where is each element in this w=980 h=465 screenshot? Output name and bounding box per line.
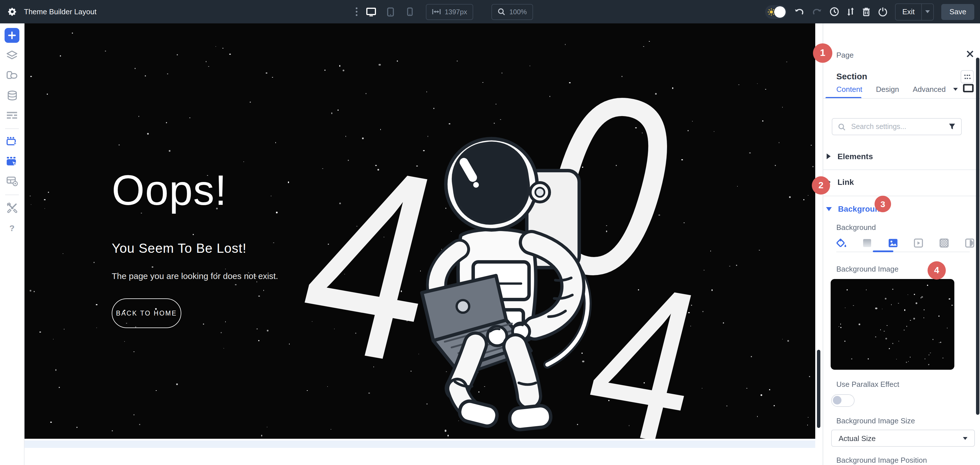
star — [847, 289, 848, 291]
star — [208, 66, 209, 67]
star — [53, 339, 54, 339]
star — [94, 262, 94, 263]
star — [906, 362, 907, 363]
star — [223, 48, 223, 48]
star — [928, 364, 929, 365]
back-to-home-button[interactable]: BACK TO HOME — [112, 299, 181, 328]
star — [885, 338, 887, 340]
star — [898, 341, 899, 342]
star — [886, 325, 887, 326]
bg-color-bucket-icon[interactable] — [836, 238, 846, 248]
add-module-button[interactable] — [5, 28, 19, 43]
background-image-thumbnail[interactable] — [830, 279, 955, 370]
background-image-size-select[interactable]: Actual Size — [831, 430, 975, 447]
close-icon[interactable] — [966, 50, 974, 58]
undo-icon[interactable] — [794, 7, 804, 16]
zoom-control[interactable]: 100% — [492, 4, 533, 20]
star — [649, 41, 650, 42]
tab-content[interactable]: Content — [836, 85, 862, 94]
search-input[interactable] — [850, 122, 949, 131]
power-exit-visual-builder-icon[interactable] — [878, 7, 887, 16]
tabs-chevron-down-icon[interactable] — [953, 88, 958, 91]
star — [189, 117, 190, 118]
star — [549, 96, 550, 97]
star — [272, 77, 273, 78]
star — [789, 196, 791, 198]
phone-view-button[interactable] — [403, 5, 417, 19]
star — [914, 294, 915, 295]
bg-pattern-icon[interactable] — [939, 238, 949, 248]
star — [940, 342, 942, 343]
trash-icon[interactable] — [862, 7, 870, 16]
element-title: Section — [836, 71, 867, 81]
sidebar-divider — [5, 195, 19, 195]
bg-video-icon[interactable] — [913, 238, 924, 248]
star — [723, 322, 724, 323]
settings-search — [832, 118, 962, 135]
click-section-tool-icon[interactable] — [5, 154, 19, 169]
background-active-tab-underline — [873, 251, 893, 252]
exit-button[interactable]: Exit — [895, 4, 921, 20]
star — [119, 144, 119, 145]
star — [30, 290, 31, 292]
plus-icon — [8, 31, 16, 39]
group-label: Elements — [837, 152, 873, 161]
settings-gear-icon[interactable] — [7, 7, 17, 16]
filter-funnel-icon[interactable] — [949, 123, 956, 130]
breadcrumb[interactable]: Page — [836, 51, 854, 59]
bg-mask-icon[interactable] — [965, 238, 975, 248]
light-dark-toggle[interactable] — [765, 5, 786, 19]
star — [840, 327, 842, 328]
tablet-view-button[interactable] — [384, 5, 397, 19]
star — [916, 302, 917, 304]
click-element-tool-icon[interactable] — [5, 134, 19, 149]
star — [775, 165, 776, 166]
panel-scrollbar[interactable] — [976, 58, 980, 415]
star — [60, 55, 61, 56]
star — [845, 308, 845, 308]
history-icon[interactable] — [829, 7, 839, 16]
database-icon[interactable] — [5, 88, 19, 103]
star — [124, 341, 125, 342]
template-library-icon[interactable] — [5, 68, 19, 83]
save-button[interactable]: Save — [942, 4, 974, 20]
desktop-view-button[interactable] — [364, 5, 378, 19]
star — [529, 66, 530, 67]
tabs-divider — [823, 98, 980, 99]
list-rows-icon[interactable] — [5, 108, 19, 123]
bg-image-icon[interactable] — [888, 238, 898, 248]
chevron-down-icon — [926, 10, 930, 13]
hero-copy: Oops! You Seem To Be Lost! The page you … — [112, 166, 278, 328]
group-link[interactable]: Link — [823, 169, 980, 195]
more-options-icon[interactable] — [355, 7, 359, 16]
group-elements[interactable]: Elements — [823, 143, 980, 169]
help-icon[interactable]: ? — [5, 220, 19, 235]
star — [782, 107, 783, 108]
exit-dropdown-button[interactable] — [921, 4, 934, 20]
bg-gradient-icon[interactable] — [862, 238, 872, 248]
next-section-strip[interactable] — [24, 441, 815, 448]
tab-advanced[interactable]: Advanced — [913, 85, 946, 94]
layout-preview-icon[interactable] — [5, 174, 19, 189]
parallax-toggle[interactable] — [831, 394, 854, 407]
star — [59, 387, 60, 388]
star — [910, 356, 910, 358]
star — [759, 249, 760, 251]
canvas-scrollbar[interactable] — [817, 350, 820, 428]
builder-canvas[interactable]: 4 0 4 — [24, 23, 815, 439]
tab-design[interactable]: Design — [876, 85, 899, 94]
star — [757, 416, 758, 417]
layers-icon[interactable] — [5, 48, 19, 63]
star — [147, 133, 148, 135]
group-background[interactable]: Background — [823, 196, 980, 222]
selected-value: Actual Size — [838, 434, 876, 443]
redo-icon[interactable] — [811, 7, 822, 16]
canvas-width-control[interactable]: 1397px — [426, 4, 474, 20]
presets-icon[interactable] — [961, 70, 974, 83]
portability-icon[interactable] — [846, 7, 854, 16]
star — [788, 340, 789, 342]
tabs-device-desktop-icon[interactable] — [963, 84, 974, 93]
star — [942, 358, 943, 358]
star — [167, 74, 168, 75]
tools-icon[interactable] — [5, 200, 19, 215]
